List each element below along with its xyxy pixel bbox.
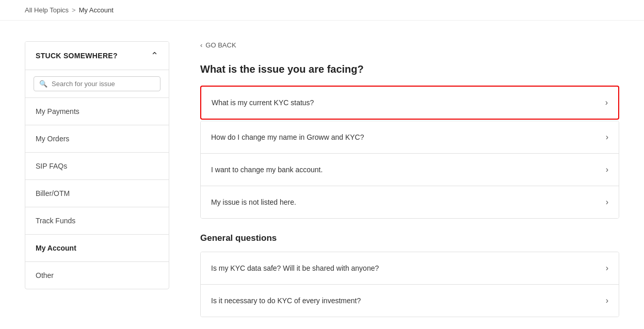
question-arrow-1-icon: › (606, 165, 608, 174)
breadcrumb: All Help Topics > My Account (0, 0, 644, 21)
general-question-arrow-0-icon: › (606, 264, 608, 273)
page-title: What is the issue you are facing? (200, 63, 619, 75)
chevron-left-icon: ‹ (200, 41, 202, 49)
search-icon: 🔍 (39, 80, 47, 88)
sidebar-title: STUCK SOMEWHERE? (36, 52, 118, 60)
general-questions-list: Is my KYC data safe? Will it be shared w… (200, 252, 619, 317)
general-question-arrow-1-icon: › (606, 296, 608, 305)
question-text-1: I want to change my bank account. (211, 166, 323, 174)
main-layout: STUCK SOMEWHERE? ⌃ 🔍 My Payments My Orde… (0, 21, 644, 329)
search-box: 🔍 (25, 70, 169, 98)
sidebar-item-biller-otm[interactable]: Biller/OTM (25, 180, 169, 207)
go-back-button[interactable]: ‹ GO BACK (200, 41, 619, 49)
breadcrumb-all-help[interactable]: All Help Topics (25, 6, 69, 14)
question-text-0: How do I change my name in Groww and KYC… (211, 133, 364, 141)
highlighted-question-text: What is my current KYC status? (212, 98, 314, 107)
sidebar-item-sip-faqs[interactable]: SIP FAQs (25, 153, 169, 180)
question-item-0[interactable]: How do I change my name in Groww and KYC… (201, 121, 619, 154)
sidebar-header: STUCK SOMEWHERE? ⌃ (25, 42, 169, 70)
general-section-title: General questions (200, 233, 619, 243)
highlighted-question-item[interactable]: What is my current KYC status? › (200, 86, 619, 120)
go-back-label: GO BACK (205, 41, 236, 49)
breadcrumb-separator: > (72, 6, 76, 14)
question-item-2[interactable]: My issue is not listed here. › (201, 186, 619, 218)
breadcrumb-current: My Account (79, 6, 114, 14)
sidebar: STUCK SOMEWHERE? ⌃ 🔍 My Payments My Orde… (25, 41, 169, 289)
general-question-item-0[interactable]: Is my KYC data safe? Will it be shared w… (201, 252, 619, 285)
questions-list: How do I change my name in Groww and KYC… (200, 121, 619, 219)
question-item-1[interactable]: I want to change my bank account. › (201, 154, 619, 186)
sidebar-item-track-funds[interactable]: Track Funds (25, 207, 169, 235)
chevron-up-icon[interactable]: ⌃ (151, 50, 158, 61)
question-arrow-0-icon: › (606, 133, 608, 142)
sidebar-item-other[interactable]: Other (25, 262, 169, 289)
general-question-text-1: Is it necessary to do KYC of every inves… (211, 297, 361, 305)
content-area: ‹ GO BACK What is the issue you are faci… (200, 41, 619, 317)
search-wrapper[interactable]: 🔍 (34, 76, 160, 91)
sidebar-item-my-account[interactable]: My Account (25, 235, 169, 262)
sidebar-item-my-orders[interactable]: My Orders (25, 125, 169, 153)
search-input[interactable] (52, 80, 155, 88)
question-text-2: My issue is not listed here. (211, 198, 296, 206)
sidebar-item-my-payments[interactable]: My Payments (25, 98, 169, 125)
highlighted-question-arrow-icon: › (605, 98, 608, 107)
general-question-text-0: Is my KYC data safe? Will it be shared w… (211, 264, 379, 272)
general-question-item-1[interactable]: Is it necessary to do KYC of every inves… (201, 285, 619, 317)
question-arrow-2-icon: › (606, 198, 608, 207)
